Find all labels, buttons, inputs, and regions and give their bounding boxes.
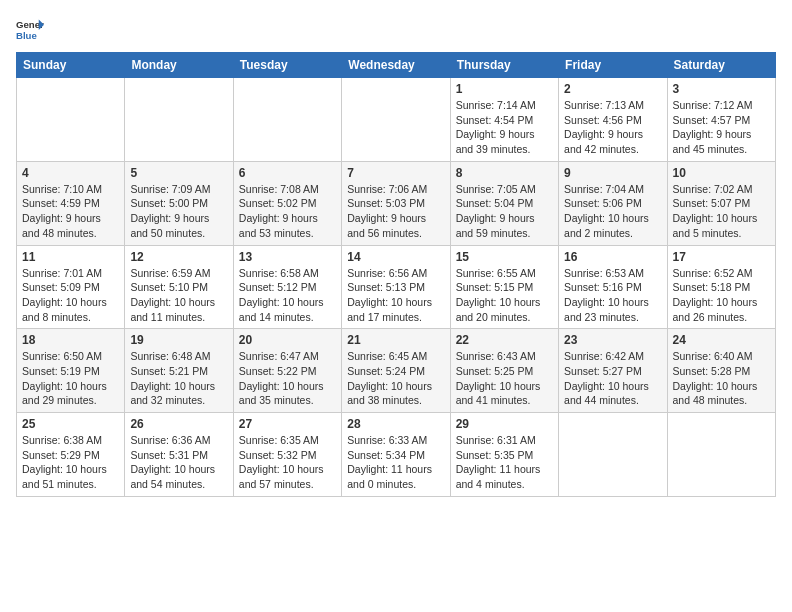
day-number: 13 (239, 250, 336, 264)
calendar-cell: 19Sunrise: 6:48 AMSunset: 5:21 PMDayligh… (125, 329, 233, 413)
logo-icon: General Blue (16, 16, 44, 44)
day-number: 25 (22, 417, 119, 431)
day-number: 20 (239, 333, 336, 347)
calendar-cell: 29Sunrise: 6:31 AMSunset: 5:35 PMDayligh… (450, 413, 558, 497)
day-number: 22 (456, 333, 553, 347)
day-number: 16 (564, 250, 661, 264)
day-info: Sunrise: 7:06 AMSunset: 5:03 PMDaylight:… (347, 182, 444, 241)
day-info: Sunrise: 6:55 AMSunset: 5:15 PMDaylight:… (456, 266, 553, 325)
day-info: Sunrise: 7:10 AMSunset: 4:59 PMDaylight:… (22, 182, 119, 241)
calendar-cell: 15Sunrise: 6:55 AMSunset: 5:15 PMDayligh… (450, 245, 558, 329)
day-info: Sunrise: 6:45 AMSunset: 5:24 PMDaylight:… (347, 349, 444, 408)
day-number: 23 (564, 333, 661, 347)
day-number: 8 (456, 166, 553, 180)
day-number: 7 (347, 166, 444, 180)
day-info: Sunrise: 6:43 AMSunset: 5:25 PMDaylight:… (456, 349, 553, 408)
calendar-cell: 8Sunrise: 7:05 AMSunset: 5:04 PMDaylight… (450, 161, 558, 245)
day-of-week-header: Monday (125, 53, 233, 78)
day-info: Sunrise: 6:38 AMSunset: 5:29 PMDaylight:… (22, 433, 119, 492)
day-info: Sunrise: 6:56 AMSunset: 5:13 PMDaylight:… (347, 266, 444, 325)
calendar-cell: 4Sunrise: 7:10 AMSunset: 4:59 PMDaylight… (17, 161, 125, 245)
calendar-cell: 9Sunrise: 7:04 AMSunset: 5:06 PMDaylight… (559, 161, 667, 245)
day-number: 3 (673, 82, 770, 96)
day-number: 26 (130, 417, 227, 431)
calendar-cell: 5Sunrise: 7:09 AMSunset: 5:00 PMDaylight… (125, 161, 233, 245)
day-info: Sunrise: 6:42 AMSunset: 5:27 PMDaylight:… (564, 349, 661, 408)
day-number: 5 (130, 166, 227, 180)
calendar-cell: 23Sunrise: 6:42 AMSunset: 5:27 PMDayligh… (559, 329, 667, 413)
day-info: Sunrise: 7:05 AMSunset: 5:04 PMDaylight:… (456, 182, 553, 241)
day-number: 27 (239, 417, 336, 431)
calendar-cell: 27Sunrise: 6:35 AMSunset: 5:32 PMDayligh… (233, 413, 341, 497)
day-info: Sunrise: 7:14 AMSunset: 4:54 PMDaylight:… (456, 98, 553, 157)
calendar-cell: 1Sunrise: 7:14 AMSunset: 4:54 PMDaylight… (450, 78, 558, 162)
calendar-cell: 17Sunrise: 6:52 AMSunset: 5:18 PMDayligh… (667, 245, 775, 329)
calendar-cell: 16Sunrise: 6:53 AMSunset: 5:16 PMDayligh… (559, 245, 667, 329)
svg-text:Blue: Blue (16, 30, 37, 41)
calendar-cell (17, 78, 125, 162)
calendar-cell: 10Sunrise: 7:02 AMSunset: 5:07 PMDayligh… (667, 161, 775, 245)
calendar-cell: 21Sunrise: 6:45 AMSunset: 5:24 PMDayligh… (342, 329, 450, 413)
calendar-cell (342, 78, 450, 162)
day-info: Sunrise: 6:40 AMSunset: 5:28 PMDaylight:… (673, 349, 770, 408)
calendar-cell: 3Sunrise: 7:12 AMSunset: 4:57 PMDaylight… (667, 78, 775, 162)
calendar-cell: 28Sunrise: 6:33 AMSunset: 5:34 PMDayligh… (342, 413, 450, 497)
calendar-header-row: SundayMondayTuesdayWednesdayThursdayFrid… (17, 53, 776, 78)
day-info: Sunrise: 7:09 AMSunset: 5:00 PMDaylight:… (130, 182, 227, 241)
day-number: 15 (456, 250, 553, 264)
day-info: Sunrise: 6:31 AMSunset: 5:35 PMDaylight:… (456, 433, 553, 492)
calendar-cell: 2Sunrise: 7:13 AMSunset: 4:56 PMDaylight… (559, 78, 667, 162)
calendar-week-row: 4Sunrise: 7:10 AMSunset: 4:59 PMDaylight… (17, 161, 776, 245)
day-info: Sunrise: 7:02 AMSunset: 5:07 PMDaylight:… (673, 182, 770, 241)
day-number: 28 (347, 417, 444, 431)
calendar-cell: 7Sunrise: 7:06 AMSunset: 5:03 PMDaylight… (342, 161, 450, 245)
day-info: Sunrise: 6:36 AMSunset: 5:31 PMDaylight:… (130, 433, 227, 492)
day-info: Sunrise: 6:50 AMSunset: 5:19 PMDaylight:… (22, 349, 119, 408)
day-info: Sunrise: 6:53 AMSunset: 5:16 PMDaylight:… (564, 266, 661, 325)
calendar-table: SundayMondayTuesdayWednesdayThursdayFrid… (16, 52, 776, 497)
day-of-week-header: Sunday (17, 53, 125, 78)
day-number: 2 (564, 82, 661, 96)
day-of-week-header: Thursday (450, 53, 558, 78)
day-number: 17 (673, 250, 770, 264)
day-number: 9 (564, 166, 661, 180)
calendar-cell (667, 413, 775, 497)
calendar-cell: 18Sunrise: 6:50 AMSunset: 5:19 PMDayligh… (17, 329, 125, 413)
page-header: General Blue (16, 16, 776, 44)
calendar-cell: 14Sunrise: 6:56 AMSunset: 5:13 PMDayligh… (342, 245, 450, 329)
day-info: Sunrise: 6:59 AMSunset: 5:10 PMDaylight:… (130, 266, 227, 325)
day-number: 11 (22, 250, 119, 264)
day-number: 12 (130, 250, 227, 264)
day-number: 14 (347, 250, 444, 264)
calendar-cell: 24Sunrise: 6:40 AMSunset: 5:28 PMDayligh… (667, 329, 775, 413)
calendar-cell (233, 78, 341, 162)
day-number: 29 (456, 417, 553, 431)
calendar-week-row: 25Sunrise: 6:38 AMSunset: 5:29 PMDayligh… (17, 413, 776, 497)
day-info: Sunrise: 6:58 AMSunset: 5:12 PMDaylight:… (239, 266, 336, 325)
day-number: 10 (673, 166, 770, 180)
day-number: 18 (22, 333, 119, 347)
calendar-cell: 25Sunrise: 6:38 AMSunset: 5:29 PMDayligh… (17, 413, 125, 497)
calendar-cell: 6Sunrise: 7:08 AMSunset: 5:02 PMDaylight… (233, 161, 341, 245)
logo: General Blue (16, 16, 44, 44)
day-info: Sunrise: 7:08 AMSunset: 5:02 PMDaylight:… (239, 182, 336, 241)
day-of-week-header: Saturday (667, 53, 775, 78)
day-number: 1 (456, 82, 553, 96)
day-number: 4 (22, 166, 119, 180)
day-number: 6 (239, 166, 336, 180)
day-info: Sunrise: 6:47 AMSunset: 5:22 PMDaylight:… (239, 349, 336, 408)
day-info: Sunrise: 6:52 AMSunset: 5:18 PMDaylight:… (673, 266, 770, 325)
calendar-cell: 22Sunrise: 6:43 AMSunset: 5:25 PMDayligh… (450, 329, 558, 413)
calendar-cell: 20Sunrise: 6:47 AMSunset: 5:22 PMDayligh… (233, 329, 341, 413)
calendar-cell (559, 413, 667, 497)
day-info: Sunrise: 6:35 AMSunset: 5:32 PMDaylight:… (239, 433, 336, 492)
day-info: Sunrise: 6:48 AMSunset: 5:21 PMDaylight:… (130, 349, 227, 408)
calendar-cell (125, 78, 233, 162)
day-info: Sunrise: 6:33 AMSunset: 5:34 PMDaylight:… (347, 433, 444, 492)
day-number: 24 (673, 333, 770, 347)
day-of-week-header: Friday (559, 53, 667, 78)
calendar-cell: 12Sunrise: 6:59 AMSunset: 5:10 PMDayligh… (125, 245, 233, 329)
day-of-week-header: Tuesday (233, 53, 341, 78)
calendar-cell: 11Sunrise: 7:01 AMSunset: 5:09 PMDayligh… (17, 245, 125, 329)
calendar-cell: 13Sunrise: 6:58 AMSunset: 5:12 PMDayligh… (233, 245, 341, 329)
